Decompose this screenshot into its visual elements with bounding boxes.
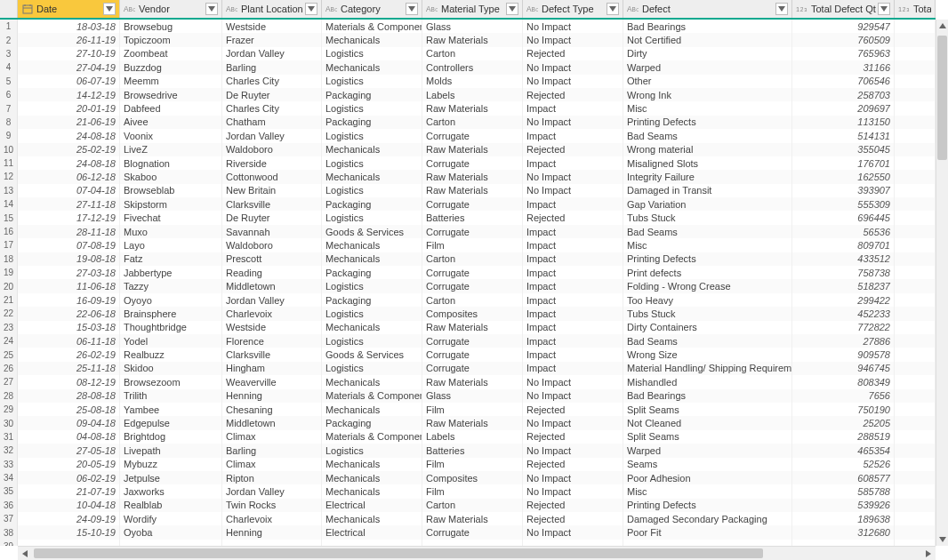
cell-deftype[interactable]: No Impact: [523, 444, 623, 457]
row-number[interactable]: 23: [0, 321, 18, 334]
cell-qty[interactable]: 696445: [792, 211, 895, 224]
cell-cat[interactable]: [322, 540, 422, 546]
cell-cat[interactable]: Packaging: [322, 416, 422, 429]
cell-dov[interactable]: [895, 156, 936, 170]
cell-defect[interactable]: Warped: [623, 444, 792, 457]
cell-vendor[interactable]: Mybuzz: [120, 458, 222, 471]
cell-dov[interactable]: [895, 389, 936, 403]
cell-defect[interactable]: Printing Defects: [623, 499, 792, 512]
cell-dov[interactable]: [895, 362, 936, 375]
row-number[interactable]: 8: [0, 116, 18, 129]
cell-plant[interactable]: Prescott: [222, 252, 322, 266]
cell-plant[interactable]: Jordan Valley: [222, 47, 322, 60]
cell-dov[interactable]: [895, 525, 936, 539]
cell-date[interactable]: 08-12-19: [18, 375, 120, 388]
cell-qty[interactable]: 465354: [792, 444, 895, 457]
cell-cat[interactable]: Mechanicals: [322, 143, 422, 156]
cell-cat[interactable]: Logistics: [322, 279, 422, 292]
cell-deftype[interactable]: Impact: [523, 321, 623, 334]
scroll-left-arrow-icon[interactable]: [18, 547, 32, 560]
filter-dropdown-icon[interactable]: [406, 3, 418, 15]
table-row[interactable]: 2315-03-18ThoughtbridgeWestsideMechanica…: [0, 321, 936, 334]
cell-deftype[interactable]: Impact: [523, 334, 623, 348]
col-header-dov[interactable]: 123 Total Dov: [895, 0, 936, 18]
row-number[interactable]: 36: [0, 499, 18, 512]
cell-date[interactable]: 28-11-18: [18, 225, 120, 238]
cell-dov[interactable]: [895, 540, 936, 546]
cell-date[interactable]: [18, 540, 120, 546]
cell-defect[interactable]: Wrong Ink: [623, 88, 792, 101]
cell-mat[interactable]: Raw Materials: [422, 143, 523, 156]
cell-defect[interactable]: Dirty Containers: [623, 321, 792, 334]
cell-date[interactable]: 07-04-18: [18, 184, 120, 197]
cell-qty[interactable]: [792, 540, 895, 546]
cell-dov[interactable]: [895, 129, 936, 142]
row-number[interactable]: 10: [0, 143, 18, 156]
cell-defect[interactable]: [623, 540, 792, 546]
cell-mat[interactable]: Composites: [422, 471, 523, 484]
row-number[interactable]: 38: [0, 525, 18, 539]
cell-vendor[interactable]: LiveZ: [120, 143, 222, 156]
cell-defect[interactable]: Gap Variation: [623, 197, 792, 211]
filter-dropdown-icon[interactable]: [607, 3, 619, 15]
cell-vendor[interactable]: Zoombeat: [120, 47, 222, 60]
cell-qty[interactable]: 25205: [792, 416, 895, 429]
cell-dov[interactable]: [895, 293, 936, 307]
cell-cat[interactable]: Packaging: [322, 116, 422, 129]
cell-vendor[interactable]: Jaxworks: [120, 484, 222, 498]
cell-plant[interactable]: Jordan Valley: [222, 129, 322, 142]
table-row[interactable]: 1927-03-18JabbertypeReadingPackagingCorr…: [0, 266, 936, 279]
cell-deftype[interactable]: Impact: [523, 238, 623, 252]
row-number[interactable]: 3: [0, 47, 18, 60]
cell-qty[interactable]: 585788: [792, 484, 895, 498]
cell-mat[interactable]: Raw Materials: [422, 375, 523, 388]
cell-vendor[interactable]: Brainsphere: [120, 307, 222, 320]
cell-defect[interactable]: Other: [623, 75, 792, 88]
row-number[interactable]: 34: [0, 471, 18, 484]
cell-qty[interactable]: 809701: [792, 238, 895, 252]
cell-mat[interactable]: Carton: [422, 252, 523, 266]
vertical-scrollbar[interactable]: [936, 20, 948, 546]
cell-plant[interactable]: Riverside: [222, 156, 322, 170]
cell-mat[interactable]: Corrugate: [422, 525, 523, 539]
cell-qty[interactable]: 433512: [792, 252, 895, 266]
cell-qty[interactable]: 608577: [792, 471, 895, 484]
row-number[interactable]: 12: [0, 170, 18, 183]
filter-dropdown-icon[interactable]: [205, 3, 218, 15]
cell-mat[interactable]: Corrugate: [422, 156, 523, 170]
cell-cat[interactable]: Logistics: [322, 334, 422, 348]
cell-date[interactable]: 27-04-19: [18, 60, 120, 74]
cell-date[interactable]: 09-04-18: [18, 416, 120, 429]
row-number[interactable]: 19: [0, 266, 18, 279]
cell-deftype[interactable]: No Impact: [523, 116, 623, 129]
scroll-right-arrow-icon[interactable]: [921, 547, 936, 560]
cell-mat[interactable]: Batteries: [422, 211, 523, 224]
table-row[interactable]: 924-08-18VoonixJordan ValleyLogisticsCor…: [0, 129, 936, 142]
cell-qty[interactable]: 555309: [792, 197, 895, 211]
scroll-thumb[interactable]: [34, 548, 763, 558]
cell-mat[interactable]: Carton: [422, 499, 523, 512]
cell-cat[interactable]: Logistics: [322, 184, 422, 197]
cell-qty[interactable]: 258703: [792, 88, 895, 101]
cell-deftype[interactable]: Rejected: [523, 88, 623, 101]
cell-qty[interactable]: 209697: [792, 101, 895, 115]
cell-dov[interactable]: [895, 170, 936, 183]
cell-vendor[interactable]: Jetpulse: [120, 471, 222, 484]
filter-dropdown-icon[interactable]: [878, 3, 890, 15]
cell-deftype[interactable]: No Impact: [523, 471, 623, 484]
cell-qty[interactable]: 56536: [792, 225, 895, 238]
cell-defect[interactable]: Seams: [623, 458, 792, 471]
cell-qty[interactable]: 758738: [792, 266, 895, 279]
row-number[interactable]: 26: [0, 362, 18, 375]
cell-mat[interactable]: Raw Materials: [422, 512, 523, 525]
cell-mat[interactable]: Batteries: [422, 444, 523, 457]
cell-plant[interactable]: Climax: [222, 430, 322, 444]
cell-cat[interactable]: Mechanicals: [322, 484, 422, 498]
cell-mat[interactable]: Raw Materials: [422, 170, 523, 183]
cell-plant[interactable]: Waldoboro: [222, 143, 322, 156]
row-number[interactable]: 22: [0, 307, 18, 320]
table-row[interactable]: 39: [0, 540, 936, 546]
table-row[interactable]: 1206-12-18SkabooCottonwoodMechanicalsRaw…: [0, 170, 936, 183]
cell-mat[interactable]: Carton: [422, 293, 523, 307]
cell-vendor[interactable]: Meemm: [120, 75, 222, 88]
